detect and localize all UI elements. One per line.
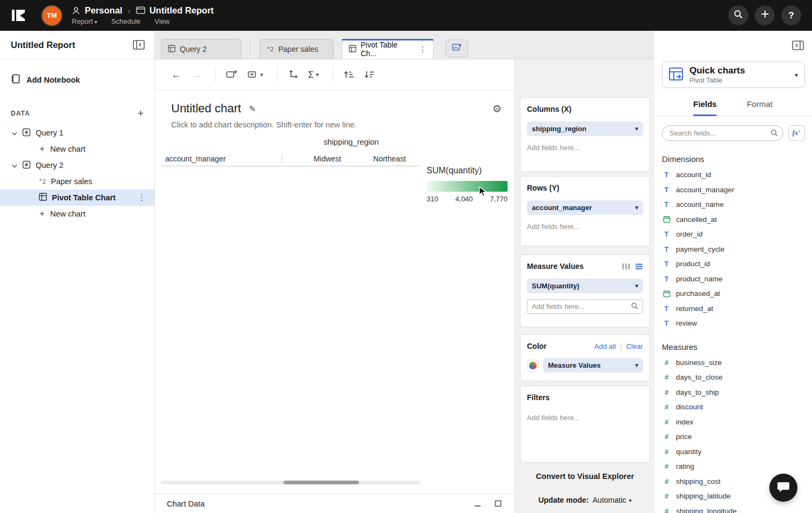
tab-format[interactable]: Format [747,99,773,116]
scrollbar-thumb[interactable] [283,481,359,484]
measure-item[interactable]: #index [654,415,812,430]
measure-item[interactable]: #shipping_longitude [654,504,812,513]
collapse-left-panel-icon[interactable] [132,39,146,51]
dimension-item[interactable]: purchased_at [654,286,812,301]
measure-item[interactable]: #days_to_ship [654,385,812,400]
clear-link[interactable]: Clear [626,342,643,350]
notebook-chart-icon: ^2 [267,46,274,53]
dimension-item[interactable]: Tpayment_cycle [654,242,812,257]
pivot-chart-type-icon [668,66,684,84]
measure-field-pill[interactable]: SUM(quantity) ▾ [527,279,643,293]
sidebar-item-query2[interactable]: Query 2 [0,157,154,173]
measure-item[interactable]: #days_to_close [654,370,812,385]
filters-card: Filters Add fields here... [520,386,650,463]
tab-fields[interactable]: Fields [693,99,716,116]
columns-field-pill[interactable]: shipping_region ▾ [527,122,643,136]
search-button[interactable] [728,5,748,25]
back-button[interactable]: ← [168,66,185,83]
dimension-item[interactable]: Torder_id [654,227,812,242]
sidebar-item-new-chart-1[interactable]: + New chart [0,141,154,157]
create-new-button[interactable] [755,5,775,25]
pivot-settings-button[interactable] [285,66,302,83]
sort-descending-button[interactable] [361,66,378,83]
report-title[interactable]: Untitled Report [150,5,214,16]
add-data-button[interactable]: + [138,108,144,118]
dimension-item[interactable]: Treturned_at [654,301,812,316]
aggregate-button[interactable]: Σ ▾ [305,67,322,83]
remove-chart-button[interactable]: ▾ [244,66,267,83]
chart-settings-gear-icon[interactable]: ⚙ [492,103,502,115]
color-field-pill[interactable]: Measure Values ▾ [543,358,643,373]
chart-title[interactable]: Untitled chart [171,102,241,116]
kebab-menu-icon[interactable]: ⋮ [138,193,146,202]
avatar[interactable]: TM [42,6,62,25]
number-type-icon: # [662,388,671,396]
chart-toolbar: ← → ▾ Σ ▾ [155,59,515,90]
mode-logo[interactable] [9,6,28,25]
add-fields-input[interactable] [532,302,628,310]
sidebar-report-title: Untitled Report [11,40,75,50]
update-mode-dropdown[interactable]: Automatic ▾ [593,496,632,504]
dimension-item[interactable]: Tproduct_id [654,256,812,272]
expand-right-panel-icon[interactable] [791,39,805,51]
expand-chart-data-icon[interactable] [493,499,503,508]
color-swatch-icon[interactable] [527,360,539,372]
column-view-icon[interactable] [622,263,630,270]
search-icon [734,10,743,22]
report-menu[interactable]: Report▾ [72,17,97,25]
number-type-icon: # [662,359,671,367]
chevron-down-icon: ▾ [260,71,263,78]
sidebar-item-new-chart-2[interactable]: + New chart [0,206,154,222]
schedule-menu[interactable]: Schedule [111,17,140,25]
dimension-item[interactable]: Taccount_name [654,197,812,212]
dimension-item[interactable]: Treview [654,316,812,331]
tab-query-2[interactable]: Query 2 [161,39,241,59]
update-mode-label: Update mode: [538,496,588,504]
quick-charts-selector[interactable]: Quick charts Pivot Table ▾ [662,62,805,88]
rows-field-pill[interactable]: account_manager ▾ [527,200,643,215]
horizontal-scrollbar[interactable] [161,481,421,484]
notebook-icon [11,74,21,85]
workspace-name[interactable]: Personal [85,5,123,16]
collapse-chart-data-icon[interactable] [473,499,482,508]
measure-item[interactable]: #price [654,429,812,444]
tab-paper-sales[interactable]: ^2 Paper sales [260,39,334,59]
help-button[interactable]: ? [781,5,801,25]
convert-to-visual-explorer-button[interactable]: Convert to Visual Explorer [520,472,650,481]
tab-pivot-table-chart[interactable]: Pivot Table Ch... ⋮ [342,39,434,59]
text-type-icon: T [662,230,671,238]
dimension-item[interactable]: Taccount_manager [654,183,812,198]
view-menu[interactable]: View [154,17,170,25]
add-all-link[interactable]: Add all [594,342,616,350]
add-chart-to-report-button[interactable] [222,66,241,83]
measure-item[interactable]: #rating [654,459,812,474]
forward-button[interactable]: → [188,66,205,83]
dimension-item[interactable]: cancelled_at [654,212,812,227]
color-card: Color Add all | Clear Measure Values ▾ [520,334,650,381]
field-label: rating [676,462,694,470]
search-fields-input[interactable] [662,125,783,141]
pivot-table-icon [39,193,47,202]
add-formula-button[interactable]: fx+ [788,125,805,141]
list-view-icon[interactable] [635,263,643,270]
dimension-item[interactable]: Tproduct_name [654,272,812,287]
measure-item[interactable]: #business_size [654,355,812,370]
sidebar-item-paper-sales[interactable]: ^2 Paper sales [0,173,154,190]
add-fields-dropzone: Add fields here... [527,144,643,152]
number-type-icon: # [662,462,671,470]
sidebar-item-query1[interactable]: Query 1 [0,125,154,141]
dimension-item[interactable]: Taccount_id [654,167,812,183]
chat-widget-button[interactable] [769,474,797,502]
measure-item[interactable]: #discount [654,400,812,415]
sort-ascending-button[interactable] [340,66,357,83]
measure-add-field-input[interactable] [527,299,643,314]
number-type-icon: # [662,492,671,500]
tab-kebab-menu-icon[interactable]: ⋮ [419,45,427,53]
chart-description-placeholder[interactable]: Click to add chart description. Shift-en… [171,120,515,129]
edit-title-icon[interactable]: ✎ [249,104,256,114]
add-notebook-button[interactable]: Add Notebook [11,74,144,85]
new-chart-tab-button[interactable] [445,39,468,57]
sidebar-item-pivot-table-chart[interactable]: Pivot Table Chart ⋮ [0,190,154,206]
measure-item[interactable]: #quantity [654,444,812,460]
field-label: shipping_cost [676,477,721,485]
